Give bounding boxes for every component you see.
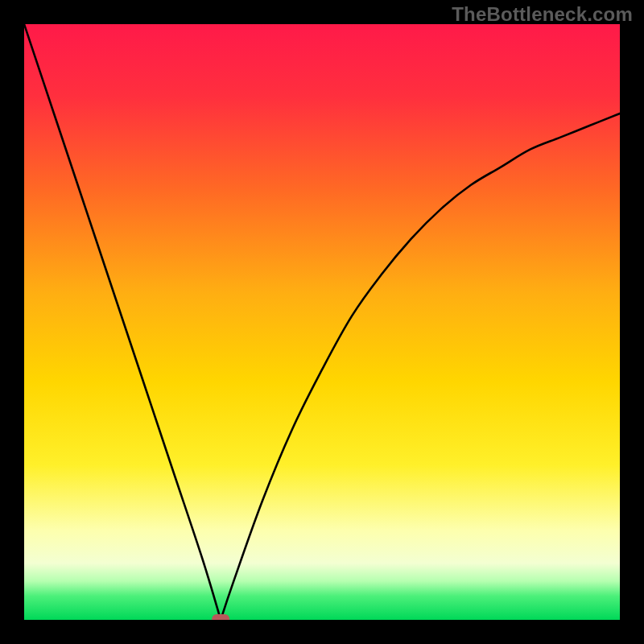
plot-area [24, 24, 620, 620]
watermark-text: TheBottleneck.com [452, 3, 633, 26]
chart-frame: TheBottleneck.com [0, 0, 644, 644]
svg-rect-0 [24, 24, 620, 620]
min-marker [212, 614, 229, 620]
bottleneck-chart [24, 24, 620, 620]
